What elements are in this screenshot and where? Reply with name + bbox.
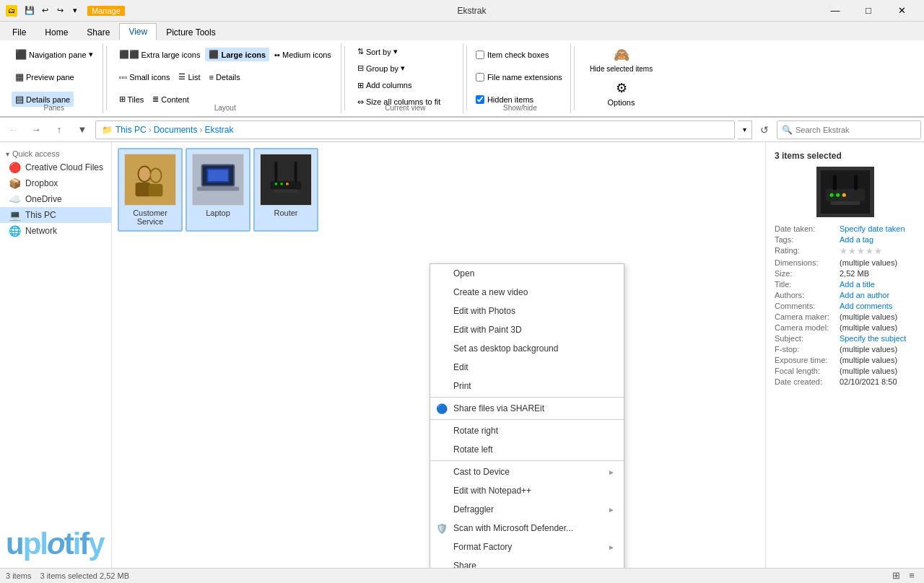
subject-value[interactable]: Specify the subject — [840, 334, 915, 343]
sort-dropdown: ▾ — [393, 47, 398, 56]
item-checkboxes-toggle[interactable]: Item check boxes — [476, 51, 549, 59]
qat-undo[interactable]: ↩ — [38, 4, 51, 17]
file-thumb-customer — [124, 154, 176, 206]
large-icons-btn[interactable]: ⬛ Large icons — [205, 48, 269, 61]
minimize-button[interactable]: — — [819, 0, 852, 22]
ctx-edit[interactable]: Edit — [430, 358, 624, 377]
ctx-edit-photos[interactable]: Edit with Photos — [430, 302, 624, 320]
down-arrow-button[interactable]: ▼ — [72, 120, 92, 140]
refresh-button[interactable]: ↺ — [755, 120, 774, 139]
large-icons-view-btn[interactable]: ⊞ — [889, 569, 902, 582]
ctx-defender[interactable]: 🛡️ Scan with Microsoft Defender... — [430, 519, 624, 538]
file-item-laptop[interactable]: Laptop — [186, 148, 250, 232]
tab-home[interactable]: Home — [35, 23, 77, 40]
title-bar: 🗂 💾 ↩ ↪ ▾ Manage Ekstrak — □ ✕ — [0, 0, 924, 22]
file-item-router[interactable]: Router — [253, 148, 318, 232]
ctx-open-label: Open — [453, 268, 615, 279]
camera-model-label: Camera model: — [775, 323, 840, 332]
authors-value[interactable]: Add an author — [840, 291, 915, 299]
date-taken-value[interactable]: Specify date taken — [840, 224, 915, 233]
list-btn[interactable]: ☰ List — [175, 70, 204, 84]
hide-selected-btn[interactable]: 🙈 Hide selected items — [583, 43, 659, 76]
ctx-open[interactable]: Open — [430, 264, 624, 283]
ctx-cast[interactable]: Cast to Device ► — [430, 463, 624, 481]
fstop-label: F-stop: — [775, 345, 840, 354]
forward-button[interactable]: → — [26, 120, 46, 140]
sep2 — [344, 46, 345, 110]
search-box[interactable]: 🔍 — [777, 120, 921, 139]
ctx-create-video[interactable]: Create a new video — [430, 283, 624, 302]
address-dropdown[interactable]: ▾ — [738, 120, 752, 139]
format-factory-icon — [436, 541, 448, 553]
path-this-pc[interactable]: This PC — [116, 125, 147, 135]
window-title: Ekstrak — [125, 6, 819, 16]
ctx-format-factory[interactable]: Format Factory ► — [430, 538, 624, 556]
hidden-items-input[interactable] — [476, 95, 484, 104]
qat-dropdown[interactable]: ▾ — [69, 4, 82, 17]
tab-file[interactable]: File — [3, 23, 35, 40]
file-item-customer-service[interactable]: Customer Service — [118, 148, 183, 232]
file-extensions-toggle[interactable]: File name extensions — [476, 73, 562, 82]
tab-view[interactable]: View — [119, 23, 157, 40]
path-documents[interactable]: Documents — [154, 125, 198, 135]
sidebar-item-this-pc[interactable]: 💻 This PC — [0, 207, 111, 223]
small-icons-btn[interactable]: ▫▫▫ Small icons — [116, 71, 174, 84]
exposure-value: (multiple values) — [840, 356, 915, 364]
ctx-rotate-left-label: Rotate left — [453, 444, 615, 455]
medium-icons-btn[interactable]: ▪▪ Medium icons — [271, 48, 335, 61]
sidebar-item-network[interactable]: 🌐 Network — [0, 223, 111, 239]
search-icon: 🔍 — [782, 125, 793, 135]
preview-thumbnail — [816, 167, 874, 217]
address-path[interactable]: 📁 This PC › Documents › Ekstrak — [95, 120, 735, 139]
sort-by-btn[interactable]: ⇅ Sort by ▾ — [354, 45, 401, 58]
creative-cloud-icon: 🔴 — [9, 162, 21, 173]
details-btn[interactable]: ≡ Details — [206, 71, 244, 84]
ctx-rotate-right-label: Rotate right — [453, 426, 615, 436]
sidebar-item-dropbox[interactable]: 📦 Dropbox — [0, 175, 111, 191]
ctx-notepad[interactable]: Edit with Notepad++ — [430, 481, 624, 500]
comments-value[interactable]: Add comments — [840, 302, 915, 310]
group-by-btn[interactable]: ⊟ Group by ▾ — [354, 61, 409, 75]
qat-redo[interactable]: ↪ — [53, 4, 66, 17]
close-button[interactable]: ✕ — [885, 0, 918, 22]
ctx-cast-label: Cast to Device — [453, 467, 602, 477]
search-input[interactable] — [796, 126, 916, 134]
tab-picture-tools[interactable]: Picture Tools — [157, 23, 225, 40]
path-ekstrak[interactable]: Ekstrak — [204, 125, 233, 135]
navigation-pane-btn[interactable]: ⬛ Navigation pane ▾ — [12, 47, 97, 62]
ctx-defraggler[interactable]: Defraggler ► — [430, 500, 624, 519]
item-checkboxes-input[interactable] — [476, 51, 484, 59]
preview-pane-btn[interactable]: ▦ Preview pane — [12, 69, 78, 84]
tags-value[interactable]: Add a tag — [840, 235, 915, 244]
hidden-items-toggle[interactable]: Hidden items — [476, 95, 533, 104]
add-columns-btn[interactable]: ⊞ Add columns — [354, 79, 416, 92]
sidebar-section-quick-access[interactable]: Quick access — [0, 145, 111, 159]
qat-save[interactable]: 💾 — [23, 4, 36, 17]
options-btn[interactable]: ⚙ Options — [601, 76, 642, 110]
sh-row2: File name extensions — [476, 66, 565, 88]
star-rating[interactable]: ★★★★★ — [840, 246, 883, 256]
svg-rect-16 — [295, 162, 297, 183]
ctx-shareit[interactable]: 🔵 Share files via SHAREit — [430, 399, 624, 418]
sidebar-item-creative-cloud[interactable]: 🔴 Creative Cloud Files — [0, 159, 111, 175]
ctx-edit-paint3d[interactable]: Edit with Paint 3D — [430, 320, 624, 339]
title-value[interactable]: Add a title — [840, 280, 915, 289]
sidebar-item-onedrive[interactable]: ☁️ OneDrive — [0, 191, 111, 207]
tab-share[interactable]: Share — [77, 23, 119, 40]
maximize-button[interactable]: □ — [852, 0, 885, 22]
extra-large-icons-btn[interactable]: ⬛⬛ Extra large icons — [116, 48, 204, 61]
back-button[interactable]: ← — [3, 120, 23, 140]
size-value: 2,52 MB — [840, 269, 915, 278]
svg-rect-13 — [261, 154, 311, 205]
ctx-print-label: Print — [453, 381, 615, 391]
list-icon: ☰ — [178, 72, 186, 82]
up-button[interactable]: ↑ — [49, 120, 69, 140]
ctx-print[interactable]: Print — [430, 377, 624, 395]
ctx-set-desktop[interactable]: Set as desktop background — [430, 339, 624, 358]
ctx-rotate-left[interactable]: Rotate left — [430, 440, 624, 459]
ctx-rotate-right[interactable]: Rotate right — [430, 421, 624, 440]
network-icon: 🌐 — [9, 225, 21, 237]
details-view-btn[interactable]: ≡ — [905, 569, 918, 582]
file-extensions-input[interactable] — [476, 73, 484, 82]
ctx-share[interactable]: Share — [430, 556, 624, 568]
